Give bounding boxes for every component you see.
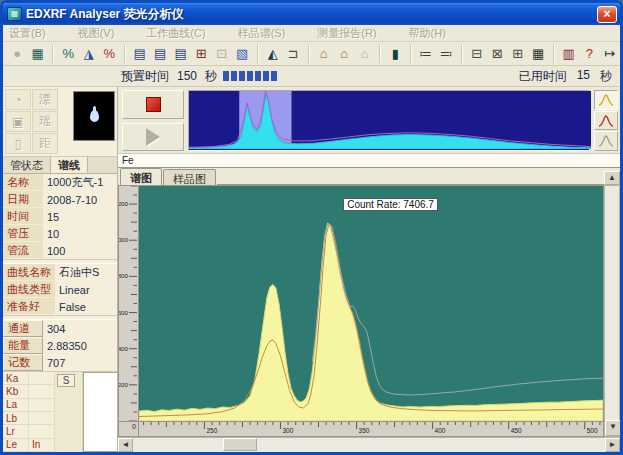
left-tab-管状态[interactable]: 管状态 (3, 157, 51, 173)
element-indicator-bar[interactable]: Fe (118, 153, 620, 168)
peak-yellow-button[interactable] (594, 90, 618, 110)
peak-gray-button[interactable] (594, 131, 618, 151)
stop-button[interactable] (122, 90, 184, 119)
menu-view[interactable]: 视图(V) (78, 26, 115, 41)
svg-text:800: 800 (119, 272, 129, 279)
progress-segment (271, 71, 277, 81)
hscroll-track[interactable] (133, 438, 605, 452)
exit-button[interactable]: ↦ (600, 44, 621, 64)
left-tab-谱线[interactable]: 谱线 (51, 157, 88, 173)
x-axis-ruler: 250300350400450500 (138, 422, 604, 437)
line-cell-Ka[interactable]: Ka (3, 372, 29, 385)
help-book-button[interactable]: ▥ (559, 44, 580, 64)
monitor-button[interactable]: ▮ (385, 44, 406, 64)
line-cell-Lr[interactable]: Lr (3, 425, 29, 438)
grid-button[interactable]: ⊞ (191, 44, 212, 64)
progress-segment (255, 71, 261, 81)
property-label: 准备好 (3, 298, 55, 315)
progress-segment (263, 71, 269, 81)
home-3-button: ⌂ (355, 44, 376, 64)
cn-action-1-button: 漂 (32, 89, 58, 110)
app-window: ▦ EDXRF Analyser 荧光分析仪 × 设置(B)视图(V)工作曲线(… (0, 0, 623, 455)
property-value: 15 (43, 211, 117, 223)
toolbar-separator (410, 45, 412, 63)
property-value: 1000充气-1 (43, 175, 117, 190)
clock-button: ◔ (5, 89, 31, 110)
home-1-button[interactable]: ⌂ (314, 44, 335, 64)
measure-circle-button: ● (7, 44, 28, 64)
save-spectrum-button[interactable]: ▤ (171, 44, 192, 64)
peak-search-button[interactable]: ◭ (263, 44, 284, 64)
vertical-scrollbar[interactable]: ▼ (604, 185, 620, 437)
close-button[interactable]: × (597, 6, 617, 23)
list-2-button[interactable]: ≕ (436, 44, 457, 64)
line-cell-La[interactable]: La (3, 399, 29, 412)
cn-action-2-button: 瑶 (32, 111, 58, 132)
tag-tool-button[interactable]: ⊐ (283, 44, 304, 64)
property-label: 管流 (3, 242, 43, 259)
print-preview-button[interactable]: ⊠ (487, 44, 508, 64)
spectrum-plot[interactable]: Count Rate: 7406.7 (138, 185, 604, 422)
y-axis-ruler: 20040060080010001200 (118, 185, 138, 422)
print-button[interactable]: ⊟ (467, 44, 488, 64)
property-value: 2008-7-10 (43, 194, 117, 206)
title-bar: ▦ EDXRF Analyser 荧光分析仪 × (3, 3, 620, 25)
toolbar-separator (461, 45, 463, 63)
line-cell-Lb[interactable]: Lb (3, 412, 29, 425)
menu-settings[interactable]: 设置(B) (9, 26, 46, 41)
line-value-cell[interactable] (29, 372, 55, 385)
line-cell-Kb[interactable]: Kb (3, 385, 29, 398)
cursor-readout: 通道304能量2.88350记数707 (3, 320, 117, 371)
hscroll-thumb[interactable] (223, 438, 257, 451)
new-spectrum-button[interactable]: ▤ (130, 44, 151, 64)
element-cell[interactable]: S (57, 374, 75, 387)
scroll-up-button[interactable]: ▲ (604, 171, 620, 185)
preview-chart (189, 91, 591, 149)
percent-a-button[interactable]: % (58, 44, 79, 64)
angle-calibrate-button[interactable]: ◮ (79, 44, 100, 64)
calculator-button[interactable]: ▦ (528, 44, 549, 64)
menu-bar: 设置(B)视图(V)工作曲线(C)样品谱(S)测量报告(R)帮助(H) (3, 25, 620, 42)
scroll-right-button[interactable]: ► (605, 438, 620, 452)
line-value-cell[interactable] (29, 425, 55, 438)
menu-working-curve[interactable]: 工作曲线(C) (146, 26, 205, 41)
progress-segment (223, 71, 229, 81)
svg-text:500: 500 (587, 427, 598, 434)
delete-spectrum-button[interactable]: ▤ (150, 44, 171, 64)
preset-time-label: 预置时间 (121, 68, 169, 85)
scroll-down-button[interactable]: ▼ (605, 420, 621, 436)
left-panel: ◔漂▣瑶▯距 管状态谱线 名称1000充气-1日期2008-7-10时间15管压… (3, 87, 118, 452)
element-listbox[interactable] (83, 372, 117, 452)
peak-red-button[interactable] (594, 111, 618, 131)
start-button[interactable] (122, 123, 184, 152)
print-setup-button[interactable]: ⊞ (508, 44, 529, 64)
spectrum-preview[interactable] (188, 90, 590, 151)
property-value: Linear (55, 284, 117, 296)
film-counter-button[interactable]: ▦ (28, 44, 49, 64)
line-value-cell[interactable] (29, 412, 55, 425)
elapsed-time-value: 15 (577, 68, 590, 85)
vscroll-track[interactable] (605, 186, 619, 420)
main-tab-样品图[interactable]: 样品图 (163, 169, 216, 185)
percent-b-button[interactable]: % (99, 44, 120, 64)
menu-measure-report[interactable]: 测量报告(R) (317, 26, 376, 41)
scroll-left-button[interactable]: ◄ (118, 438, 133, 452)
context-help-button[interactable]: ? (579, 44, 600, 64)
property-row: 时间15 (3, 208, 117, 225)
toolbar-separator (553, 45, 555, 63)
line-value-cell[interactable] (29, 385, 55, 398)
droplet-icon (90, 110, 99, 122)
line-value-cell[interactable] (29, 399, 55, 412)
line-value-cell[interactable]: In (29, 439, 55, 452)
menu-sample-spectrum[interactable]: 样品谱(S) (238, 26, 286, 41)
progress-segment (247, 71, 253, 81)
horizontal-scrollbar[interactable]: ◄ ► (118, 437, 620, 452)
left-icon-area: ◔漂▣瑶▯距 (3, 87, 117, 157)
line-cell-Le[interactable]: Le (3, 439, 29, 452)
chart-button[interactable]: ▧ (232, 44, 253, 64)
property-label: 日期 (3, 191, 43, 208)
list-1-button[interactable]: ≔ (416, 44, 437, 64)
home-2-button[interactable]: ⌂ (334, 44, 355, 64)
menu-help[interactable]: 帮助(H) (409, 26, 446, 41)
main-tab-谱图[interactable]: 谱图 (120, 168, 162, 185)
